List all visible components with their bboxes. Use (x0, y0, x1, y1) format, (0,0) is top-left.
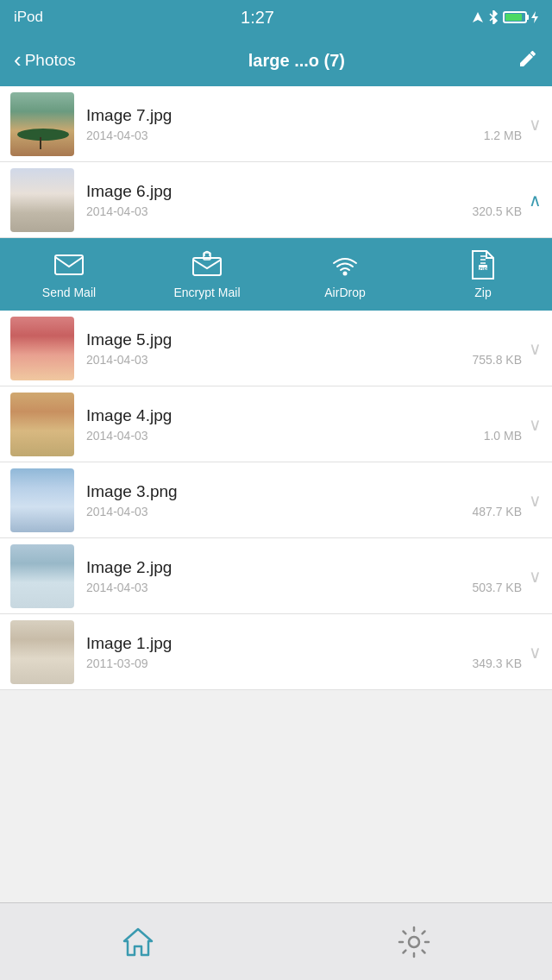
svg-text:ZIP: ZIP (479, 267, 486, 272)
file-name: Image 2.jpg (86, 558, 522, 577)
airdrop-label: AirDrop (324, 286, 365, 299)
file-info: Image 6.jpg 2014-04-03 320.5 KB (86, 182, 522, 218)
expand-chevron-icon[interactable]: ∨ (529, 338, 542, 359)
file-info: Image 7.jpg 2014-04-03 1.2 MB (86, 106, 522, 142)
send-mail-label: Send Mail (42, 286, 96, 299)
charging-icon (531, 11, 538, 23)
navigation-icon (472, 11, 484, 23)
list-item[interactable]: Image 6.jpg 2014-04-03 320.5 KB ∧ (0, 162, 552, 238)
expand-chevron-icon[interactable]: ∨ (529, 566, 542, 587)
file-size: 1.2 MB (484, 129, 522, 142)
file-name: Image 7.jpg (86, 106, 522, 125)
empty-content-area (0, 690, 552, 897)
file-name: Image 5.jpg (86, 330, 522, 349)
tab-home[interactable] (120, 924, 156, 960)
file-info: Image 4.jpg 2014-04-03 1.0 MB (86, 406, 522, 443)
back-button[interactable]: ‹ Photos (14, 50, 76, 71)
expand-chevron-icon[interactable]: ∨ (529, 642, 542, 663)
file-date: 2014-04-03 (86, 129, 148, 142)
file-meta: 2014-04-03 487.7 KB (86, 505, 522, 518)
expand-chevron-icon[interactable]: ∨ (529, 490, 542, 511)
file-thumbnail (10, 317, 74, 380)
action-toolbar: Send Mail Encrypt Mail AirDrop (0, 238, 552, 311)
file-size: 503.7 KB (472, 581, 522, 594)
file-thumbnail (10, 92, 74, 156)
list-item[interactable]: Image 4.jpg 2014-04-03 1.0 MB ∨ (0, 386, 552, 462)
file-meta: 2014-04-03 1.2 MB (86, 129, 522, 142)
svg-marker-1 (531, 11, 538, 23)
svg-marker-0 (473, 12, 483, 22)
file-name: Image 1.jpg (86, 634, 522, 653)
file-list: Image 7.jpg 2014-04-03 1.2 MB ∨ Image 6.… (0, 86, 552, 238)
expand-chevron-icon[interactable]: ∨ (529, 114, 542, 135)
file-meta: 2014-04-03 755.8 KB (86, 353, 522, 367)
file-name: Image 4.jpg (86, 406, 522, 425)
tab-bar (0, 902, 552, 980)
status-icons (472, 10, 538, 24)
time-label: 1:27 (241, 8, 274, 28)
file-name: Image 6.jpg (86, 182, 522, 201)
pencil-icon (518, 48, 538, 69)
file-date: 2014-04-03 (86, 429, 148, 443)
file-thumbnail (10, 468, 74, 532)
file-meta: 2014-04-03 503.7 KB (86, 581, 522, 594)
zip-icon: ZIP (467, 249, 499, 280)
lock-envelope-icon (191, 249, 223, 280)
file-date: 2014-04-03 (86, 353, 148, 367)
zip-label: Zip (474, 286, 491, 299)
back-chevron-icon: ‹ (14, 48, 22, 71)
navigation-bar: ‹ Photos large ...o (7) (0, 35, 552, 86)
list-item[interactable]: Image 3.png 2014-04-03 487.7 KB ∨ (0, 462, 552, 538)
file-size: 1.0 MB (484, 429, 522, 443)
zip-button[interactable]: ZIP Zip (448, 249, 518, 299)
file-date: 2011-03-09 (86, 656, 148, 670)
encrypt-mail-label: Encrypt Mail (173, 286, 240, 299)
file-date: 2014-04-03 (86, 204, 148, 218)
battery-icon (503, 11, 527, 23)
svg-point-5 (343, 272, 348, 276)
file-info: Image 1.jpg 2011-03-09 349.3 KB (86, 634, 522, 670)
file-name: Image 3.png (86, 482, 522, 501)
file-info: Image 2.jpg 2014-04-03 503.7 KB (86, 558, 522, 594)
list-item[interactable]: Image 7.jpg 2014-04-03 1.2 MB ∨ (0, 86, 552, 162)
nav-title: large ...o (7) (248, 51, 345, 71)
file-thumbnail (10, 620, 74, 684)
file-size: 349.3 KB (472, 656, 522, 670)
expand-chevron-icon[interactable]: ∨ (529, 414, 542, 435)
svg-rect-2 (55, 255, 83, 274)
status-bar: iPod 1:27 (0, 0, 552, 35)
encrypt-mail-button[interactable]: Encrypt Mail (172, 249, 242, 299)
file-thumbnail (10, 544, 74, 608)
svg-point-11 (409, 937, 419, 947)
file-info: Image 5.jpg 2014-04-03 755.8 KB (86, 330, 522, 367)
bluetooth-icon (488, 10, 499, 24)
svg-rect-3 (193, 258, 221, 275)
airdrop-button[interactable]: AirDrop (310, 249, 380, 299)
list-item[interactable]: Image 5.jpg 2014-04-03 755.8 KB ∨ (0, 311, 552, 386)
file-meta: 2011-03-09 349.3 KB (86, 656, 522, 670)
back-label: Photos (25, 51, 76, 70)
edit-button[interactable] (518, 48, 538, 72)
send-mail-button[interactable]: Send Mail (34, 249, 104, 299)
file-size: 320.5 KB (472, 204, 522, 218)
list-item[interactable]: Image 1.jpg 2011-03-09 349.3 KB ∨ (0, 614, 552, 690)
file-date: 2014-04-03 (86, 505, 148, 518)
file-thumbnail (10, 393, 74, 456)
gear-icon (396, 924, 432, 960)
collapse-chevron-icon[interactable]: ∧ (529, 190, 542, 210)
file-meta: 2014-04-03 320.5 KB (86, 204, 522, 218)
airdrop-icon (329, 249, 361, 280)
list-item[interactable]: Image 2.jpg 2014-04-03 503.7 KB ∨ (0, 538, 552, 614)
file-meta: 2014-04-03 1.0 MB (86, 429, 522, 443)
envelope-icon (53, 249, 85, 280)
home-icon (120, 924, 156, 960)
carrier-label: iPod (14, 9, 43, 26)
file-thumbnail (10, 168, 74, 232)
file-size: 487.7 KB (472, 505, 522, 518)
file-list-bottom: Image 5.jpg 2014-04-03 755.8 KB ∨ Image … (0, 311, 552, 690)
file-info: Image 3.png 2014-04-03 487.7 KB (86, 482, 522, 518)
file-size: 755.8 KB (472, 353, 522, 367)
tab-settings[interactable] (396, 924, 432, 960)
file-date: 2014-04-03 (86, 581, 148, 594)
